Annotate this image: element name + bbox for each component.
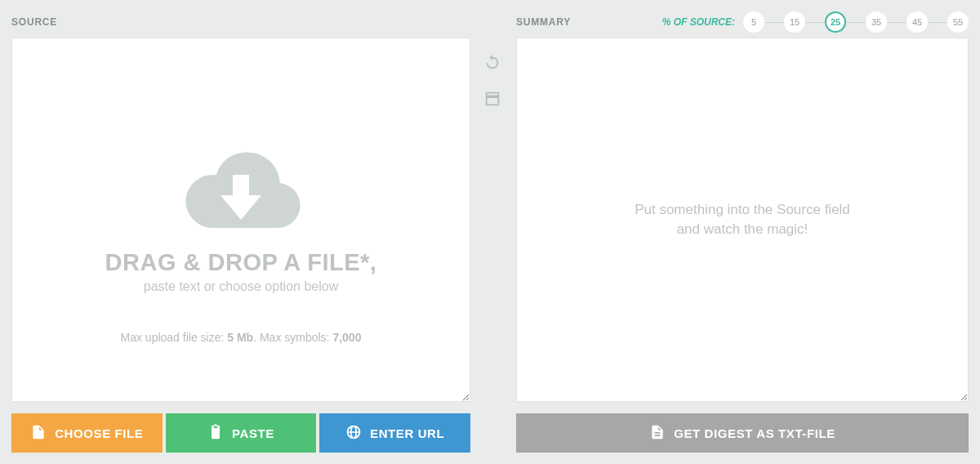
percent-option-45[interactable]: 45 — [906, 11, 928, 33]
get-digest-button[interactable]: GET DIGEST AS TXT-FILE — [516, 413, 969, 453]
new-window-button[interactable] — [480, 88, 505, 113]
refresh-button[interactable] — [480, 52, 505, 77]
choose-file-button[interactable]: CHOOSE FILE — [11, 413, 163, 453]
percent-slider-track — [887, 22, 906, 23]
percent-option-55[interactable]: 55 — [947, 11, 969, 33]
percent-option-5[interactable]: 5 — [743, 11, 764, 33]
source-panel: SOURCE DRAG & DROP A FILE*, paste text o… — [11, 11, 470, 453]
percent-slider-track — [764, 22, 784, 23]
percent-slider-track — [928, 22, 947, 23]
percent-slider-track — [805, 22, 825, 23]
paste-button[interactable]: PASTE — [166, 413, 317, 453]
clipboard-icon — [207, 424, 224, 443]
dropzone-subtext: paste text or choose option below — [144, 279, 338, 294]
refresh-icon — [483, 54, 501, 75]
source-dropzone[interactable]: DRAG & DROP A FILE*, paste text or choos… — [11, 38, 470, 402]
percent-slider-track — [846, 22, 866, 23]
upload-limits-text: Max upload file size: 5 Mb. Max symbols:… — [12, 331, 470, 344]
percent-option-25[interactable]: 25 — [825, 11, 846, 33]
enter-url-label: ENTER URL — [370, 426, 444, 440]
globe-icon — [345, 424, 362, 443]
summary-label: SUMMARY — [516, 16, 571, 28]
middle-controls — [480, 11, 506, 453]
summary-output[interactable]: Put something into the Source field and … — [516, 38, 969, 402]
summary-placeholder: Put something into the Source field and … — [635, 200, 850, 239]
document-icon — [649, 424, 666, 443]
source-label: SOURCE — [11, 16, 57, 28]
choose-file-label: CHOOSE FILE — [55, 426, 143, 440]
get-digest-label: GET DIGEST AS TXT-FILE — [674, 426, 835, 440]
dropzone-heading: DRAG & DROP A FILE*, — [105, 249, 377, 276]
window-icon — [483, 90, 501, 111]
percent-option-15[interactable]: 15 — [784, 11, 805, 33]
paste-label: PASTE — [232, 426, 274, 440]
percent-of-source-label: % OF SOURCE: — [662, 16, 735, 28]
summary-panel: SUMMARY % OF SOURCE: 51525354555 Put som… — [516, 11, 969, 453]
enter-url-button[interactable]: ENTER URL — [319, 413, 470, 453]
cloud-download-icon — [176, 146, 306, 239]
percent-option-35[interactable]: 35 — [866, 11, 887, 33]
percent-slider: 51525354555 — [743, 11, 969, 33]
file-icon — [30, 424, 47, 443]
